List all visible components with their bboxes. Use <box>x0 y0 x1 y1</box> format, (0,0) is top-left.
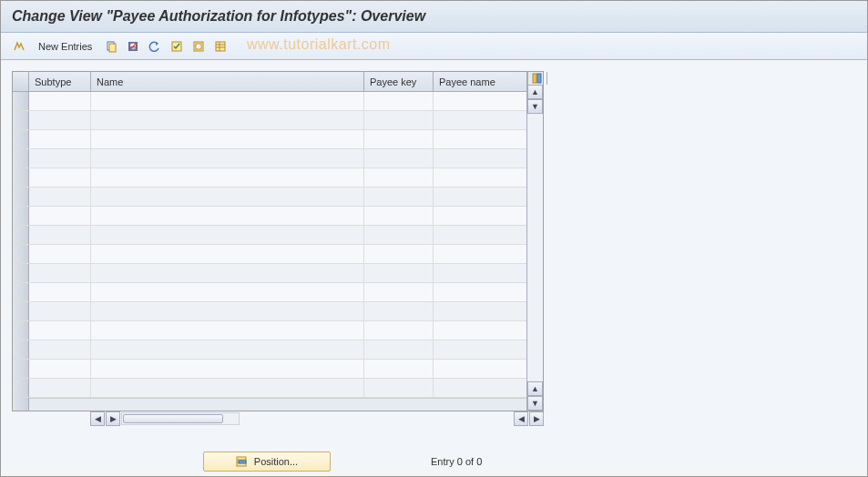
col-payee-name[interactable]: Payee name <box>434 72 526 91</box>
cell-payee-name[interactable] <box>434 149 526 167</box>
vscroll-track[interactable] <box>527 114 543 381</box>
cell-payee-name[interactable] <box>434 111 526 129</box>
row-selector[interactable] <box>13 188 29 206</box>
col-subtype[interactable]: Subtype <box>29 72 91 91</box>
row-selector[interactable] <box>13 302 29 320</box>
cell-subtype[interactable] <box>29 207 91 225</box>
cell-name[interactable] <box>91 92 364 110</box>
cell-name[interactable] <box>91 188 364 206</box>
cell-payee-name[interactable] <box>434 283 526 301</box>
cell-payee-key[interactable] <box>364 111 434 129</box>
cell-name[interactable] <box>91 321 364 340</box>
cell-payee-name[interactable] <box>434 130 526 148</box>
cell-payee-name[interactable] <box>434 340 526 359</box>
row-selector[interactable] <box>13 207 29 225</box>
col-name[interactable]: Name <box>91 72 364 91</box>
cell-payee-key[interactable] <box>364 245 434 263</box>
select-all-icon[interactable] <box>168 37 186 56</box>
cell-subtype[interactable] <box>29 111 91 129</box>
cell-payee-key[interactable] <box>364 302 434 320</box>
row-selector[interactable] <box>13 321 29 340</box>
scroll-down-button[interactable]: ▼ <box>527 396 543 411</box>
row-selector[interactable] <box>13 130 29 148</box>
copy-icon[interactable] <box>102 37 120 56</box>
row-selector[interactable] <box>13 360 29 378</box>
cell-payee-key[interactable] <box>364 321 434 340</box>
row-selector[interactable] <box>13 264 29 282</box>
cell-payee-name[interactable] <box>434 302 526 320</box>
cell-name[interactable] <box>91 226 364 244</box>
scroll-down-step-button[interactable]: ▼ <box>527 99 543 114</box>
scroll-right-button[interactable]: ▶ <box>529 411 544 426</box>
cell-name[interactable] <box>91 168 364 187</box>
hscroll-thumb[interactable] <box>123 414 223 423</box>
cell-payee-key[interactable] <box>364 226 434 244</box>
scroll-left-button[interactable]: ◀ <box>90 411 105 426</box>
cell-name[interactable] <box>91 149 364 167</box>
cell-payee-key[interactable] <box>364 168 434 187</box>
cell-payee-name[interactable] <box>434 245 526 263</box>
cell-name[interactable] <box>91 264 364 282</box>
col-payee-key[interactable]: Payee key <box>364 72 434 91</box>
cell-payee-key[interactable] <box>364 379 434 397</box>
cell-name[interactable] <box>91 340 364 359</box>
cell-name[interactable] <box>91 245 364 263</box>
row-selector[interactable] <box>13 226 29 244</box>
cell-payee-key[interactable] <box>364 92 434 110</box>
cell-name[interactable] <box>91 360 364 378</box>
cell-subtype[interactable] <box>29 226 91 244</box>
new-entries-button[interactable]: New Entries <box>32 38 98 55</box>
row-selector[interactable] <box>13 340 29 359</box>
position-button[interactable]: Position... <box>203 452 331 472</box>
row-selector[interactable] <box>13 111 29 129</box>
cell-subtype[interactable] <box>29 92 91 110</box>
cell-payee-name[interactable] <box>434 264 526 282</box>
cell-subtype[interactable] <box>29 188 91 206</box>
toggle-icon[interactable] <box>10 37 28 56</box>
cell-subtype[interactable] <box>29 360 91 378</box>
cell-name[interactable] <box>91 207 364 225</box>
cell-payee-name[interactable] <box>434 188 526 206</box>
row-selector[interactable] <box>13 92 29 110</box>
cell-payee-key[interactable] <box>364 283 434 301</box>
cell-payee-key[interactable] <box>364 130 434 148</box>
cell-subtype[interactable] <box>29 130 91 148</box>
scroll-left-step-button[interactable]: ◀ <box>514 411 528 426</box>
cell-name[interactable] <box>91 111 364 129</box>
cell-name[interactable] <box>91 302 364 320</box>
cell-subtype[interactable] <box>29 245 91 263</box>
row-selector[interactable] <box>13 168 29 187</box>
table-settings-icon[interactable] <box>211 37 230 56</box>
cell-subtype[interactable] <box>29 264 91 282</box>
deselect-icon[interactable] <box>189 37 208 56</box>
cell-subtype[interactable] <box>29 321 91 340</box>
cell-subtype[interactable] <box>29 340 91 359</box>
row-selector[interactable] <box>13 245 29 263</box>
scroll-up-button[interactable]: ▲ <box>527 85 543 99</box>
cell-subtype[interactable] <box>29 302 91 320</box>
hscroll-track-left[interactable] <box>121 412 240 425</box>
cell-payee-key[interactable] <box>364 149 434 167</box>
cell-payee-name[interactable] <box>434 92 526 110</box>
row-selector[interactable] <box>13 283 29 301</box>
row-selector[interactable] <box>13 379 29 397</box>
cell-payee-name[interactable] <box>434 207 526 225</box>
undo-icon[interactable] <box>146 37 164 56</box>
cell-subtype[interactable] <box>29 149 91 167</box>
cell-name[interactable] <box>91 283 364 301</box>
table-config-icon[interactable] <box>527 72 547 85</box>
cell-payee-name[interactable] <box>434 226 526 244</box>
save-icon[interactable] <box>124 37 142 56</box>
cell-payee-key[interactable] <box>364 340 434 359</box>
cell-payee-key[interactable] <box>364 207 434 225</box>
cell-payee-key[interactable] <box>364 264 434 282</box>
cell-name[interactable] <box>91 379 364 397</box>
cell-payee-key[interactable] <box>364 188 434 206</box>
cell-name[interactable] <box>91 130 364 148</box>
scroll-right-step-button[interactable]: ▶ <box>106 411 120 426</box>
cell-payee-key[interactable] <box>364 360 434 378</box>
row-selector[interactable] <box>13 398 29 411</box>
scroll-up-step-button[interactable]: ▲ <box>527 381 543 396</box>
cell-subtype[interactable] <box>29 168 91 187</box>
cell-payee-name[interactable] <box>434 168 526 187</box>
